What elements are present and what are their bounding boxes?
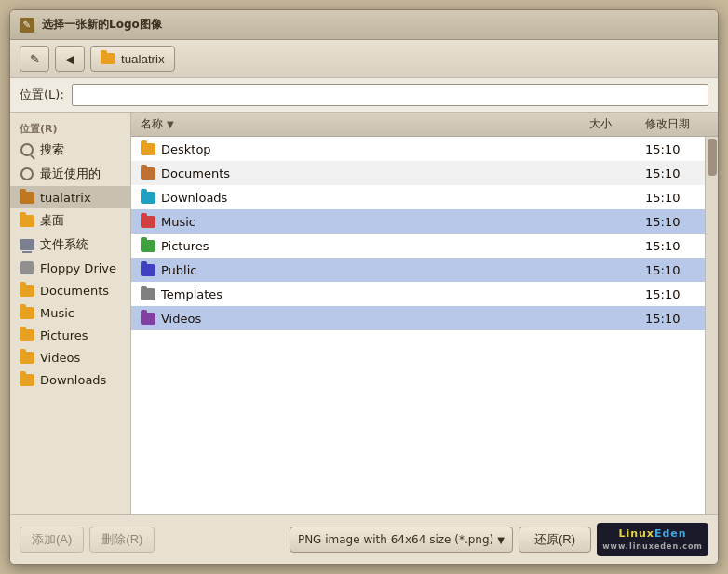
folder-icon: [141, 216, 155, 228]
scrollbar-thumb[interactable]: [708, 139, 717, 176]
col-date-header[interactable]: 修改日期: [640, 113, 705, 136]
file-name-cell: Desktop: [131, 140, 584, 159]
col-size-header[interactable]: 大小: [584, 113, 640, 136]
file-name-cell: Documents: [131, 164, 584, 183]
file-name: Pictures: [161, 239, 209, 253]
title-icon: ✎: [20, 18, 34, 33]
paint-button[interactable]: ✎: [20, 46, 49, 72]
file-name: Public: [161, 263, 196, 277]
sidebar-item-documents[interactable]: Documents: [10, 279, 130, 301]
sidebar-item-tualatrix[interactable]: tualatrix: [10, 186, 130, 208]
file-area: 名称 ▼ 大小 修改日期 Desktop: [131, 113, 718, 514]
sidebar-item-recent[interactable]: 最近使用的: [10, 162, 130, 186]
file-name-cell: Downloads: [131, 188, 584, 207]
desktop-folder-icon: [20, 213, 34, 228]
window-title: 选择一张新的Logo图像: [42, 17, 162, 33]
filter-select[interactable]: PNG image with 64x64 size (*.png) ▼: [290, 527, 513, 553]
toolbar: ✎ ◀ tualatrix: [10, 40, 718, 78]
file-name: Desktop: [161, 142, 211, 156]
file-name-cell: Templates: [131, 285, 584, 304]
sidebar-item-label: 文件系统: [40, 236, 88, 253]
table-row[interactable]: Documents 15:10: [131, 161, 705, 185]
sidebar-item-label: Pictures: [40, 328, 88, 342]
table-row[interactable]: Music 15:10: [131, 209, 705, 234]
file-list-container: Desktop 15:10 Documents 15:10: [131, 137, 718, 514]
file-date: 15:10: [640, 236, 705, 256]
sidebar-item-desktop[interactable]: 桌面: [10, 208, 130, 233]
sidebar-item-pictures[interactable]: Pictures: [10, 324, 130, 346]
sidebar-item-label: Music: [40, 306, 74, 320]
pictures-icon: [20, 327, 34, 342]
file-name: Templates: [161, 287, 222, 301]
sidebar-item-label: 搜索: [40, 141, 64, 158]
file-date: 15:10: [640, 212, 705, 232]
sidebar-item-label: Documents: [40, 284, 109, 298]
folder-icon: [141, 240, 155, 252]
file-header: 名称 ▼ 大小 修改日期: [131, 113, 718, 137]
sidebar-section-label: 位置(R): [10, 118, 130, 138]
col-name-header[interactable]: 名称 ▼: [131, 113, 584, 136]
videos-icon: [20, 350, 34, 365]
file-date: 15:10: [640, 188, 705, 207]
sidebar-item-downloads[interactable]: Downloads: [10, 368, 130, 391]
table-row[interactable]: Pictures 15:10: [131, 234, 705, 258]
file-date: 15:10: [640, 260, 705, 280]
folder-icon: [141, 288, 155, 300]
table-row[interactable]: Desktop 15:10: [131, 137, 705, 161]
location-input[interactable]: [72, 84, 708, 106]
sidebar-item-label: 桌面: [40, 212, 64, 229]
chevron-down-icon: ▼: [497, 535, 505, 545]
file-size: [584, 146, 640, 152]
downloads-icon: [20, 372, 34, 387]
file-size: [584, 170, 640, 176]
watermark: LinuxEden www.linuxeden.com: [597, 523, 708, 556]
file-date: 15:10: [640, 140, 705, 159]
bottom-left: 添加(A) 删除(R): [20, 527, 155, 553]
back-button[interactable]: ◀: [55, 46, 85, 72]
current-folder-button[interactable]: tualatrix: [90, 46, 175, 72]
file-name: Documents: [161, 167, 230, 180]
current-folder-label: tualatrix: [121, 52, 165, 66]
sidebar: 位置(R) 搜索 最近使用的 tualatrix: [10, 113, 131, 514]
sidebar-item-label: tualatrix: [40, 191, 91, 205]
file-date: 15:10: [640, 285, 705, 304]
sidebar-item-videos[interactable]: Videos: [10, 346, 130, 368]
table-row[interactable]: Public 15:10: [131, 258, 705, 282]
file-name-cell: Music: [131, 212, 584, 232]
main-content: 位置(R) 搜索 最近使用的 tualatrix: [10, 113, 718, 514]
add-button[interactable]: 添加(A): [20, 527, 84, 553]
file-size: [584, 243, 640, 248]
file-name-cell: Pictures: [131, 236, 584, 256]
filter-label: PNG image with 64x64 size (*.png): [298, 533, 493, 546]
restore-button[interactable]: 还原(R): [519, 527, 591, 553]
folder-icon: [141, 192, 155, 204]
file-size: [584, 315, 640, 321]
sidebar-item-label: Downloads: [40, 373, 106, 387]
bottom-bar: 添加(A) 删除(R) PNG image with 64x64 size (*…: [10, 514, 718, 564]
file-date: 15:10: [640, 309, 705, 328]
table-row[interactable]: Videos 15:10: [131, 306, 705, 330]
location-label: 位置(L):: [20, 87, 64, 103]
music-icon: [20, 305, 34, 320]
folder-icon: [141, 264, 155, 276]
sidebar-item-search[interactable]: 搜索: [10, 138, 130, 162]
file-size: [584, 219, 640, 224]
file-size: [584, 291, 640, 297]
file-list: Desktop 15:10 Documents 15:10: [131, 137, 705, 514]
file-name: Music: [161, 215, 195, 229]
location-bar: 位置(L):: [10, 78, 718, 113]
home-folder-icon: [20, 190, 34, 205]
remove-button[interactable]: 删除(R): [89, 527, 155, 553]
watermark-text: LinuxEden www.linuxeden.com: [602, 527, 703, 551]
file-size: [584, 267, 640, 273]
sidebar-item-music[interactable]: Music: [10, 301, 130, 324]
sidebar-item-floppy[interactable]: Floppy Drive: [10, 257, 130, 279]
table-row[interactable]: Templates 15:10: [131, 282, 705, 306]
file-name-cell: Public: [131, 260, 584, 280]
table-row[interactable]: Downloads 15:10: [131, 185, 705, 209]
sidebar-item-filesystem[interactable]: 文件系统: [10, 233, 130, 257]
search-icon: [20, 142, 34, 157]
file-name: Videos: [161, 312, 201, 326]
bottom-right: PNG image with 64x64 size (*.png) ▼ 还原(R…: [290, 523, 708, 556]
scrollbar[interactable]: [705, 137, 718, 514]
